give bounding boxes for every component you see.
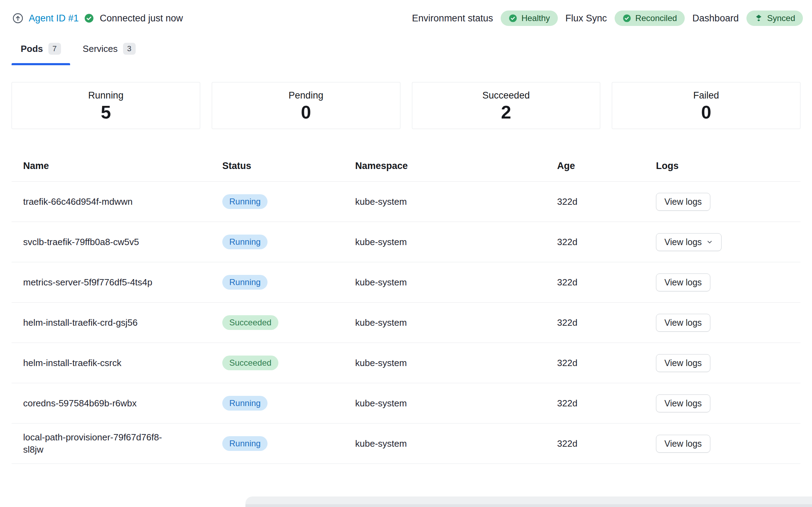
resource-tabs: Pods 7 Services 3 <box>0 36 812 65</box>
stat-card-succeeded: Succeeded 2 <box>412 82 601 129</box>
dashboard-label: Dashboard <box>692 13 739 24</box>
stat-card-pending: Pending 0 <box>212 82 400 129</box>
pod-age: 322d <box>546 237 644 248</box>
view-logs-button[interactable]: View logs <box>656 435 710 453</box>
chevron-down-icon <box>706 238 713 245</box>
pod-name: helm-install-traefik-crd-gsj56 <box>23 317 138 329</box>
tab-pods-label: Pods <box>21 43 43 54</box>
view-logs-label: View logs <box>664 277 702 288</box>
pod-name: svclb-traefik-79ffb0a8-cw5v5 <box>23 236 139 248</box>
pod-stats-row: Running 5 Pending 0 Succeeded 2 Failed 0 <box>0 82 812 129</box>
agent-status-group: Agent ID #1 Connected just now <box>12 12 183 24</box>
check-circle-icon <box>508 14 517 23</box>
flux-sync-label: Flux Sync <box>566 13 607 24</box>
pod-age: 322d <box>546 196 644 207</box>
environment-status-label: Environment status <box>412 13 493 24</box>
stat-card-running: Running 5 <box>12 82 200 129</box>
flux-sync-badge: Reconciled <box>615 11 685 26</box>
top-bar: Agent ID #1 Connected just now Environme… <box>0 0 812 26</box>
pod-age: 322d <box>546 438 644 449</box>
col-header-name: Name <box>12 152 211 181</box>
tab-pods[interactable]: Pods 7 <box>12 36 70 65</box>
stat-value: 5 <box>101 103 111 121</box>
flux-sync-icon <box>754 14 763 23</box>
status-badge: Running <box>222 194 268 209</box>
check-circle-icon <box>622 14 631 23</box>
status-badge: Running <box>222 396 268 411</box>
table-header-row: Name Status Namespace Age Logs <box>12 152 800 182</box>
view-logs-label: View logs <box>664 318 702 328</box>
table-row: metrics-server-5f9f776df5-4ts4p Running … <box>12 262 800 303</box>
dashboard-synced-badge: Synced <box>746 11 803 26</box>
bottom-strip <box>245 504 812 507</box>
view-logs-button[interactable]: View logs <box>656 354 710 372</box>
status-badge: Running <box>222 275 268 290</box>
stat-label: Failed <box>693 90 719 101</box>
pod-name: coredns-597584b69b-r6wbx <box>23 397 137 410</box>
col-header-logs: Logs <box>644 152 800 181</box>
stat-value: 0 <box>701 103 711 121</box>
tab-services-label: Services <box>83 43 118 54</box>
view-logs-button[interactable]: View logs <box>656 314 710 332</box>
tab-pods-count: 7 <box>48 43 61 55</box>
pod-age: 322d <box>546 398 644 409</box>
stat-label: Running <box>88 90 124 101</box>
table-row: local-path-provisioner-79f67d76f8-sl8jw … <box>12 424 800 464</box>
environment-badges-group: Environment status Healthy Flux Sync Rec… <box>412 11 803 26</box>
pod-namespace: kube-system <box>344 277 546 288</box>
tab-services[interactable]: Services 3 <box>74 36 145 65</box>
view-logs-label: View logs <box>664 237 702 247</box>
view-logs-dropdown-button[interactable]: View logs <box>656 233 722 251</box>
status-badge: Running <box>222 436 268 451</box>
view-logs-label: View logs <box>664 358 702 368</box>
view-logs-button[interactable]: View logs <box>656 394 710 412</box>
col-header-age: Age <box>546 152 644 181</box>
table-row: traefik-66c46d954f-mdwwn Running kube-sy… <box>12 182 800 222</box>
pod-name: helm-install-traefik-csrck <box>23 357 121 369</box>
agent-link[interactable]: Agent ID #1 <box>29 13 79 24</box>
status-badge: Succeeded <box>222 356 278 370</box>
connected-check-icon <box>84 13 94 23</box>
pod-name: traefik-66c46d954f-mdwwn <box>23 196 133 208</box>
environment-status-value: Healthy <box>521 14 550 22</box>
stat-label: Succeeded <box>482 90 530 101</box>
stat-label: Pending <box>289 90 323 101</box>
pod-namespace: kube-system <box>344 317 546 328</box>
tab-services-count: 3 <box>123 43 136 55</box>
col-header-status: Status <box>211 152 344 181</box>
pod-name: local-path-provisioner-79f67d76f8-sl8jw <box>23 431 180 456</box>
pod-namespace: kube-system <box>344 398 546 409</box>
view-logs-button[interactable]: View logs <box>656 193 710 211</box>
pod-age: 322d <box>546 317 644 328</box>
pod-namespace: kube-system <box>344 358 546 369</box>
view-logs-label: View logs <box>664 197 702 207</box>
pod-name: metrics-server-5f9f776df5-4ts4p <box>23 276 152 289</box>
pod-age: 322d <box>546 358 644 369</box>
pods-table: Name Status Namespace Age Logs traefik-6… <box>0 152 812 464</box>
col-header-namespace: Namespace <box>344 152 546 181</box>
status-badge: Succeeded <box>222 315 278 330</box>
pod-namespace: kube-system <box>344 237 546 248</box>
pod-namespace: kube-system <box>344 196 546 207</box>
view-logs-label: View logs <box>664 439 702 449</box>
status-badge: Running <box>222 235 268 249</box>
stat-value: 0 <box>301 103 311 121</box>
table-row: coredns-597584b69b-r6wbx Running kube-sy… <box>12 383 800 424</box>
view-logs-button[interactable]: View logs <box>656 273 710 291</box>
agent-icon <box>12 12 24 24</box>
connection-status-text: Connected just now <box>100 13 183 24</box>
stat-card-failed: Failed 0 <box>612 82 800 129</box>
flux-sync-value: Reconciled <box>635 14 677 22</box>
table-row: helm-install-traefik-csrck Succeeded kub… <box>12 343 800 383</box>
table-row: helm-install-traefik-crd-gsj56 Succeeded… <box>12 303 800 343</box>
view-logs-label: View logs <box>664 398 702 408</box>
environment-status-badge: Healthy <box>501 11 557 26</box>
pod-age: 322d <box>546 277 644 288</box>
dashboard-synced-value: Synced <box>767 14 795 22</box>
table-row: svclb-traefik-79ffb0a8-cw5v5 Running kub… <box>12 222 800 262</box>
pod-namespace: kube-system <box>344 438 546 449</box>
stat-value: 2 <box>501 103 511 121</box>
